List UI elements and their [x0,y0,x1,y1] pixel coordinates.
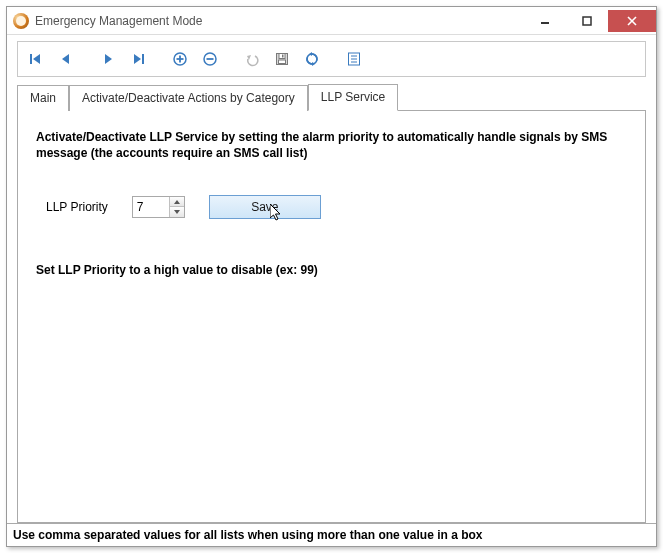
remove-icon[interactable] [196,45,224,73]
spinner-up-icon[interactable] [170,197,184,207]
window-title: Emergency Management Mode [35,14,202,28]
titlebar: Emergency Management Mode [7,7,656,35]
list-icon[interactable] [340,45,368,73]
maximize-button[interactable] [566,10,608,32]
svg-marker-6 [62,54,69,64]
refresh-icon[interactable] [298,45,326,73]
svg-marker-26 [174,200,180,204]
priority-row: LLP Priority Save [36,195,627,219]
tabstrip: Main Activate/Deactivate Actions by Cate… [17,83,646,110]
spinner-down-icon[interactable] [170,207,184,217]
add-icon[interactable] [166,45,194,73]
toolbar [17,41,646,77]
hint-text: Set LLP Priority to a high value to disa… [36,263,627,277]
priority-input[interactable] [133,197,169,217]
svg-rect-19 [279,60,286,64]
priority-label: LLP Priority [46,200,108,214]
tab-actions-by-category[interactable]: Activate/Deactivate Actions by Category [69,85,308,111]
svg-marker-7 [105,54,112,64]
next-record-icon[interactable] [94,45,122,73]
toolbar-container [7,35,656,83]
tab-content: Activate/Deactivate LLP Service by setti… [17,110,646,523]
minimize-button[interactable] [524,10,566,32]
svg-rect-18 [282,55,284,58]
svg-rect-4 [30,54,32,64]
save-button[interactable]: Save [209,195,321,219]
save-icon[interactable] [268,45,296,73]
last-record-icon[interactable] [124,45,152,73]
window: Emergency Management Mode [6,6,657,547]
app-icon [13,13,29,29]
tab-area: Main Activate/Deactivate Actions by Cate… [7,83,656,523]
previous-record-icon[interactable] [52,45,80,73]
svg-rect-1 [583,17,591,25]
close-button[interactable] [608,10,656,32]
first-record-icon[interactable] [22,45,50,73]
priority-spinner[interactable] [132,196,185,218]
spinner-buttons [169,197,184,217]
save-button-label: Save [251,200,278,214]
window-controls [524,10,656,32]
tab-main[interactable]: Main [17,85,69,111]
svg-marker-8 [134,54,141,64]
svg-rect-9 [142,54,144,64]
svg-marker-5 [33,54,40,64]
instructions-text: Activate/Deactivate LLP Service by setti… [36,129,627,161]
tab-llp-service[interactable]: LLP Service [308,84,398,111]
undo-icon[interactable] [238,45,266,73]
svg-marker-27 [174,210,180,214]
statusbar: Use comma separated values for all lists… [7,523,656,546]
